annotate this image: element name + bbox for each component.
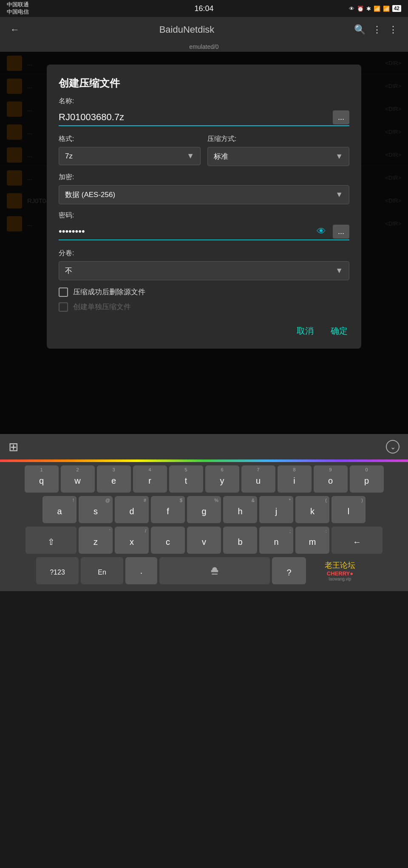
eye-toggle-icon[interactable]: 👁︎: [317, 226, 326, 237]
key-x[interactable]: / x: [115, 527, 149, 554]
app-title: BaiduNetdisk: [23, 24, 351, 35]
key-i[interactable]: 8 i: [278, 465, 312, 493]
main-section: ... <DIR> ... <DIR> ... <DIR> ... <DIR> …: [0, 52, 408, 434]
key-w[interactable]: 2 w: [61, 465, 95, 493]
format-group: 格式: 7z ▼: [59, 135, 201, 166]
key-j[interactable]: * j: [259, 496, 293, 523]
checkbox1-label: 压缩成功后删除源文件: [73, 287, 145, 297]
password-row: 👁︎ ...: [59, 223, 349, 240]
create-archive-dialog: 创建压缩文件 名称: ... 格式: 7z ▼ 压缩方式:: [47, 65, 361, 349]
name-extra-button[interactable]: ...: [333, 110, 349, 124]
encryption-dropdown-arrow: ▼: [335, 190, 343, 199]
key-o[interactable]: 9 o: [314, 465, 348, 493]
key-row-4: ?123 En · ? 老王论坛 CHERRY● laowang.vip: [2, 557, 406, 584]
volume-dropdown-arrow: ▼: [335, 266, 343, 275]
checkbox1[interactable]: [59, 287, 68, 297]
keyboard-collapse-button[interactable]: ⌄: [386, 440, 400, 454]
keyboard-toolbar: ⊞ ⌄: [0, 434, 408, 459]
cancel-button[interactable]: 取消: [295, 322, 315, 340]
compression-dropdown-arrow: ▼: [335, 152, 343, 161]
battery: 42: [392, 5, 401, 12]
key-p[interactable]: 0 p: [350, 465, 384, 493]
key-z[interactable]: ' z: [79, 527, 113, 554]
dialog-title: 创建压缩文件: [59, 76, 349, 90]
key-row-1: 1 q 2 w 3 e 4 r 5 t 6 y 7 u 8 i: [2, 465, 406, 493]
password-input[interactable]: [59, 223, 317, 240]
confirm-button[interactable]: 确定: [329, 322, 349, 340]
key-u[interactable]: 7 u: [241, 465, 275, 493]
key-a[interactable]: ! a: [42, 496, 76, 523]
key-backspace[interactable]: ←: [332, 527, 382, 554]
dialog-wrapper: 创建压缩文件 名称: ... 格式: 7z ▼ 压缩方式:: [0, 52, 408, 361]
key-e[interactable]: 3 e: [97, 465, 131, 493]
format-select[interactable]: 7z ▼: [59, 147, 201, 165]
key-n[interactable]: ; n: [259, 527, 293, 554]
wifi-icon: 📶: [374, 6, 380, 12]
bluetooth-icon: ✱: [366, 6, 371, 12]
checkbox1-row: 压缩成功后删除源文件: [59, 287, 349, 297]
more-button[interactable]: ⋮: [385, 21, 401, 39]
compression-group: 压缩方式: 标准 ▼: [207, 135, 349, 166]
laowang-brand-display: 老王论坛 CHERRY● laowang.vip: [325, 560, 355, 581]
volume-select[interactable]: 不 ▼: [59, 261, 349, 280]
key-s[interactable]: @ s: [79, 496, 113, 523]
back-button[interactable]: ←: [7, 21, 23, 39]
grid-toolbar-icon[interactable]: ⊞: [8, 440, 18, 454]
search-button[interactable]: 🔍: [351, 21, 369, 39]
top-nav: ← BaiduNetdisk 🔍 ⋮ ⋮: [0, 17, 408, 42]
key-g[interactable]: % g: [187, 496, 221, 523]
volume-value: 不: [65, 266, 335, 276]
format-compression-row: 格式: 7z ▼ 压缩方式: 标准 ▼: [59, 135, 349, 166]
key-d[interactable]: # d: [115, 496, 149, 523]
key-v[interactable]: v: [187, 527, 221, 554]
toolbar-icons-left: ⊞: [8, 440, 18, 454]
checkbox2-label: 创建单独压缩文件: [73, 302, 131, 312]
cherry-label: CHERRY●: [327, 570, 353, 577]
key-symbols[interactable]: ?123: [36, 557, 79, 584]
dialog-buttons: 取消 确定: [59, 318, 349, 340]
key-m[interactable]: : m: [295, 527, 329, 554]
encryption-select[interactable]: 数据 (AES-256) ▼: [59, 185, 349, 204]
key-h[interactable]: & h: [223, 496, 257, 523]
volume-label: 分卷:: [59, 249, 349, 258]
encryption-value: 数据 (AES-256): [65, 190, 335, 200]
key-q[interactable]: 1 q: [25, 465, 59, 493]
compression-select[interactable]: 标准 ▼: [207, 147, 349, 166]
key-period[interactable]: ·: [125, 557, 157, 584]
checkbox2-row: 创建单独压缩文件: [59, 302, 349, 312]
key-k[interactable]: ( k: [295, 496, 329, 523]
carrier1: 中国联通: [7, 1, 29, 8]
eye-status-icon: 👁: [349, 6, 354, 12]
carrier2: 中国电信: [7, 8, 29, 16]
laowang-icon: 老王论坛: [325, 560, 355, 570]
encryption-label: 加密:: [59, 173, 349, 182]
svg-rect-0: [212, 573, 218, 574]
compression-label: 压缩方式:: [207, 135, 349, 144]
format-value: 7z: [65, 152, 187, 161]
key-c[interactable]: c: [151, 527, 185, 554]
laowang-site: laowang.vip: [329, 577, 351, 581]
carrier-info: 中国联通 中国电信: [7, 1, 29, 16]
keyboard[interactable]: 1 q 2 w 3 e 4 r 5 t 6 y 7 u 8 i: [0, 462, 408, 591]
key-b[interactable]: b: [223, 527, 257, 554]
status-bar: 中国联通 中国电信 16:04 👁 ⏰ ✱ 📶 📶 42: [0, 0, 408, 17]
signal-icon: 📶: [383, 6, 390, 12]
key-space[interactable]: [159, 557, 270, 584]
key-l[interactable]: ) l: [332, 496, 366, 523]
name-input[interactable]: [59, 109, 329, 125]
nav-subtitle: emulated/0: [0, 42, 408, 52]
key-f[interactable]: $ f: [151, 496, 185, 523]
time: 16:04: [194, 4, 213, 13]
key-question[interactable]: ?: [272, 557, 306, 584]
key-cherry-brand[interactable]: 老王论坛 CHERRY● laowang.vip: [308, 557, 372, 584]
key-shift[interactable]: ⇧: [26, 527, 76, 554]
password-label: 密码:: [59, 211, 349, 220]
key-language[interactable]: En: [81, 557, 123, 584]
format-dropdown-arrow: ▼: [187, 152, 194, 161]
key-r[interactable]: 4 r: [133, 465, 167, 493]
grid-button[interactable]: ⋮: [369, 21, 385, 39]
compression-value: 标准: [214, 152, 335, 161]
password-extra-button[interactable]: ...: [333, 225, 349, 239]
key-t[interactable]: 5 t: [169, 465, 203, 493]
key-y[interactable]: 6 y: [205, 465, 239, 493]
